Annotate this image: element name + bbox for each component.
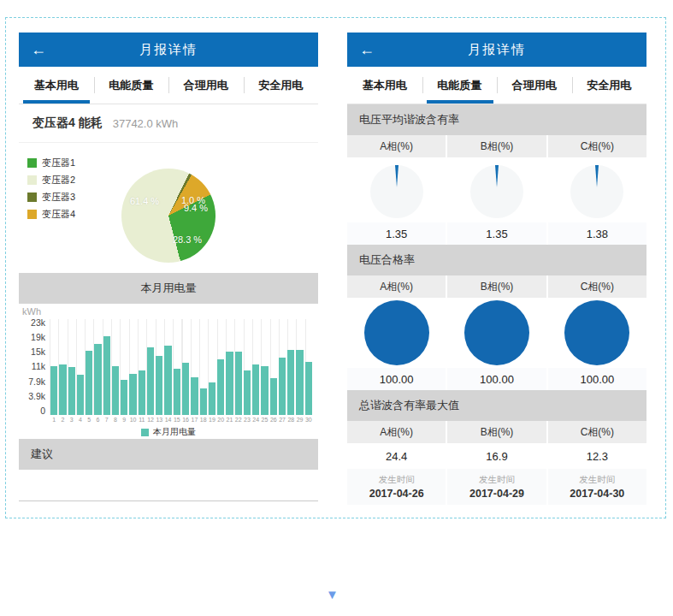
- bar: [296, 350, 303, 415]
- y-tick-label: 3.9k: [28, 393, 45, 400]
- bar: [86, 351, 92, 415]
- bar: [270, 378, 277, 415]
- qualified-circle-row: [347, 298, 646, 368]
- tab-basic-power[interactable]: 基本用电: [19, 67, 94, 104]
- bar: [59, 364, 66, 415]
- qualified-circle-c: [548, 298, 646, 368]
- y-tick-label: 19k: [31, 334, 45, 341]
- legend-label: 变压器4: [42, 208, 75, 221]
- gauge-needle-icon: [595, 165, 599, 187]
- screen-basic-power: ← 月报详情 基本用电 电能质量 合理用电 安全用电 变压器4 能耗 37742…: [19, 33, 318, 501]
- x-tick-label: 26: [269, 415, 278, 425]
- occurrence-date: 2017-04-30: [570, 488, 624, 500]
- harmonic-gauge-a: [347, 157, 446, 222]
- bar: [139, 370, 145, 415]
- bar: [252, 364, 259, 415]
- bar-yaxis: 23k19k15k11k7.9k3.9k0: [19, 319, 50, 415]
- bar: [209, 382, 215, 415]
- gauge-circle: [470, 165, 523, 218]
- harmonic-value-a: 1.35: [347, 222, 446, 245]
- x-tick-label: 28: [286, 415, 295, 425]
- bar-legend-swatch: [141, 429, 149, 436]
- occurrence-time-a: 发生时间 2017-04-26: [347, 469, 446, 505]
- x-tick-label: 7: [103, 415, 111, 425]
- bar-plot-wrap: 1234567891011121314151617181920212223242…: [50, 319, 313, 425]
- bar: [129, 374, 136, 415]
- bar: [182, 363, 189, 415]
- gauge-needle-icon: [395, 165, 398, 187]
- x-tick-label: 25: [260, 415, 269, 425]
- x-tick-label: 24: [251, 415, 260, 425]
- back-arrow-icon[interactable]: ←: [31, 42, 46, 57]
- phase-header-b: B相(%): [447, 421, 546, 443]
- harmonic-gauge-b: [447, 157, 546, 222]
- tab-basic-power[interactable]: 基本用电: [347, 67, 422, 104]
- daily-usage-bar-chart: 23k19k15k11k7.9k3.9k0 123456789101112131…: [19, 319, 318, 425]
- phase-header-b: B相(%): [447, 135, 546, 157]
- qualified-value-row: 100.00 100.00 100.00: [347, 368, 646, 390]
- qualified-circle-b: [447, 298, 546, 368]
- phase-header-c: C相(%): [548, 135, 646, 157]
- x-tick-label: 4: [76, 415, 85, 425]
- phase-header-row: A相(%) B相(%) C相(%): [347, 275, 646, 298]
- pie-legend: 变压器1 变压器2 变压器3 变压器4: [27, 157, 75, 225]
- section-header-voltage-qualified: 电压合格率: [347, 245, 646, 275]
- gauge-circle: [570, 165, 623, 218]
- pie-slice-label: 9.4 %: [184, 203, 208, 213]
- bar: [279, 358, 286, 415]
- bar: [94, 344, 101, 415]
- bar: [164, 346, 171, 415]
- gauge-circle: [370, 165, 423, 218]
- max-harmonic-value-b: 16.9: [447, 443, 546, 469]
- x-tick-label: 11: [138, 415, 146, 425]
- qualified-circle-a: [347, 298, 446, 368]
- tab-power-quality[interactable]: 电能质量: [94, 67, 169, 104]
- full-pie-circle: [464, 300, 529, 365]
- bar: [68, 367, 75, 415]
- max-harmonic-value-a: 24.4: [347, 443, 446, 469]
- tab-safe-power[interactable]: 安全用电: [244, 67, 319, 104]
- qualified-value-b: 100.00: [447, 368, 546, 390]
- screen-power-quality: ← 月报详情 基本用电 电能质量 合理用电 安全用电 电压平均谐波含有率 A相(…: [347, 33, 646, 505]
- x-tick-label: 23: [243, 415, 251, 425]
- x-tick-label: 17: [190, 415, 198, 425]
- x-tick-label: 30: [304, 415, 313, 425]
- pie-slice-label: 28.3 %: [173, 234, 202, 245]
- suggestion-content-empty: [19, 470, 318, 501]
- harmonic-value-row: 1.35 1.35 1.38: [347, 222, 646, 245]
- x-tick-label: 21: [225, 415, 233, 425]
- x-tick-label: 27: [278, 415, 286, 425]
- occurrence-time-label: 发生时间: [579, 474, 615, 486]
- tab-reasonable-power[interactable]: 合理用电: [168, 67, 244, 104]
- transformer-pie-section: 变压器1 变压器2 变压器3 变压器4 61.4 % 1.0 % 9.4 %: [19, 143, 318, 273]
- bar: [217, 359, 224, 415]
- harmonic-value-b: 1.35: [447, 222, 546, 245]
- gauge-needle-icon: [495, 165, 499, 187]
- bar: [50, 366, 57, 415]
- active-tab-underline: [23, 100, 90, 104]
- transformer-energy-row: 变压器4 能耗 37742.0 kWh: [19, 104, 318, 143]
- max-harmonic-value-row: 24.4 16.9 12.3: [347, 443, 646, 469]
- occurrence-date: 2017-04-26: [369, 488, 424, 500]
- x-tick-label: 16: [181, 415, 190, 425]
- x-tick-label: 29: [295, 415, 304, 425]
- back-arrow-icon[interactable]: ←: [359, 42, 375, 57]
- bar-xlabels: 1234567891011121314151617181920212223242…: [50, 415, 313, 425]
- y-tick-label: 0: [40, 407, 45, 415]
- tab-reasonable-power[interactable]: 合理用电: [497, 67, 572, 104]
- occurrence-time-b: 发生时间 2017-04-29: [447, 469, 546, 505]
- tab-power-quality[interactable]: 电能质量: [422, 67, 498, 104]
- qualified-value-c: 100.00: [548, 368, 646, 390]
- occurrence-date: 2017-04-29: [469, 488, 524, 500]
- y-axis-unit-label: kWh: [19, 304, 318, 319]
- x-tick-label: 10: [128, 415, 137, 425]
- bar-plot: [50, 319, 313, 415]
- qualified-value-a: 100.00: [347, 368, 446, 390]
- phase-header-c: C相(%): [548, 275, 646, 298]
- x-tick-label: 5: [85, 415, 93, 425]
- tab-safe-power[interactable]: 安全用电: [572, 67, 647, 104]
- x-tick-label: 3: [68, 415, 76, 425]
- x-tick-label: 9: [120, 415, 128, 425]
- legend-swatch: [27, 210, 37, 219]
- bar: [226, 352, 233, 415]
